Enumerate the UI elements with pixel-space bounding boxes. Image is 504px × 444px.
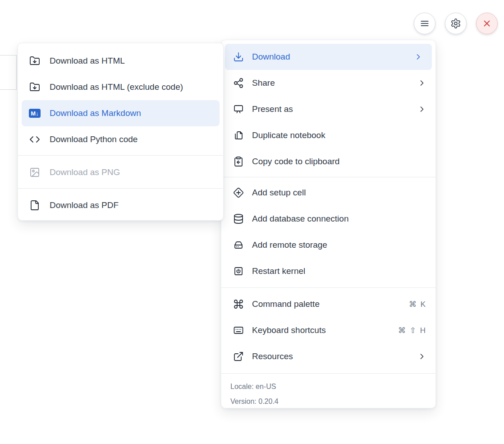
menu-item-download[interactable]: Download (225, 44, 432, 70)
submenu-item-download-as-html-exclude-code[interactable]: Download as HTML (exclude code) (18, 74, 223, 100)
close-x-icon (482, 18, 492, 28)
menu-item-command-palette[interactable]: Command palette ⌘ K (221, 291, 435, 317)
menu-separator (18, 188, 223, 189)
topbar (414, 13, 498, 34)
chevron-right-icon (417, 352, 426, 361)
shortcut-hint: ⌘ K (409, 300, 426, 309)
submenu-item-download-as-pdf[interactable]: Download as PDF (18, 192, 223, 218)
shutdown-button[interactable] (476, 13, 498, 34)
share-icon (233, 77, 244, 89)
menu-item-restart-kernel[interactable]: Restart kernel (221, 258, 435, 284)
menu-item-label: Add database connection (252, 214, 348, 224)
menu-item-label: Download as HTML (50, 56, 125, 66)
gear-icon (450, 18, 461, 29)
hamburger-icon (419, 18, 430, 29)
menu-item-label: Download as HTML (exclude code) (50, 82, 183, 92)
menu-item-label: Download as PNG (50, 167, 120, 177)
menu-separator (221, 287, 435, 288)
menu-item-keyboard-shortcuts[interactable]: Keyboard shortcuts ⌘ ⇧ H (221, 317, 435, 343)
download-submenu: Download as HTML Download as HTML (exclu… (18, 43, 224, 221)
diamond-plus-icon (233, 187, 244, 199)
menu-item-resources[interactable]: Resources (221, 343, 435, 370)
submenu-item-download-as-html[interactable]: Download as HTML (18, 48, 223, 74)
menu-separator (221, 177, 435, 177)
menu-item-share[interactable]: Share (221, 70, 435, 96)
menu-item-label: Resources (252, 352, 293, 361)
menu-item-label: Share (252, 78, 275, 88)
file-icon (29, 199, 41, 211)
menu-item-label: Add remote storage (252, 240, 327, 250)
keyboard-icon (233, 324, 244, 336)
app-background: Download Share Present as (0, 0, 504, 444)
menu-item-label: Download as Markdown (50, 108, 141, 118)
menu-item-label: Download Python code (50, 134, 137, 144)
version-text: Version: 0.20.4 (230, 394, 426, 409)
menu-item-present-as[interactable]: Present as (221, 96, 435, 122)
duplicate-icon (233, 130, 244, 141)
submenu-item-download-as-markdown[interactable]: M↓ Download as Markdown (22, 100, 220, 126)
menu-item-label: Present as (252, 104, 293, 114)
database-icon (233, 213, 244, 225)
menu-item-copy-code[interactable]: Copy code to clipboard (221, 148, 435, 175)
menu-footer: Locale: en-US Version: 0.20.4 (221, 374, 435, 409)
folder-download-icon (29, 81, 41, 93)
menu-item-add-database-connection[interactable]: Add database connection (221, 206, 435, 232)
menu-item-label: Copy code to clipboard (252, 157, 339, 166)
command-icon (233, 298, 244, 310)
chevron-right-icon (417, 105, 426, 114)
clipboard-arrow-icon (233, 156, 244, 167)
background-cell-outline (0, 55, 17, 90)
power-square-icon (233, 265, 244, 277)
folder-download-icon (29, 55, 41, 67)
presentation-icon (233, 103, 244, 115)
code-icon (29, 134, 41, 145)
menu-item-label: Download (252, 52, 290, 62)
menu-item-label: Download as PDF (50, 200, 119, 210)
menu-item-label: Duplicate notebook (252, 130, 325, 140)
settings-button[interactable] (445, 13, 467, 34)
submenu-item-download-python-code[interactable]: Download Python code (18, 126, 223, 153)
menu-item-label: Keyboard shortcuts (252, 325, 326, 335)
menu-item-label: Restart kernel (252, 266, 305, 276)
download-icon (233, 51, 244, 63)
chevron-right-icon (417, 79, 426, 88)
menu-item-add-remote-storage[interactable]: Add remote storage (221, 232, 435, 258)
shortcut-hint: ⌘ ⇧ H (398, 326, 426, 335)
markdown-badge-icon: M↓ (29, 107, 41, 119)
notebook-actions-menu: Download Share Present as (221, 40, 436, 408)
markdown-badge-text: M↓ (29, 109, 41, 118)
submenu-item-download-as-png[interactable]: Download as PNG (18, 159, 223, 185)
external-link-icon (233, 351, 244, 362)
menu-item-duplicate-notebook[interactable]: Duplicate notebook (221, 122, 435, 148)
notebook-menu-button[interactable] (414, 13, 435, 34)
menu-separator (18, 155, 223, 156)
chevron-right-icon (414, 52, 423, 61)
locale-text: Locale: en-US (230, 379, 426, 394)
menu-item-label: Add setup cell (252, 188, 306, 198)
menu-item-add-setup-cell[interactable]: Add setup cell (221, 180, 435, 206)
hard-drive-icon (233, 239, 244, 251)
menu-item-label: Command palette (252, 299, 320, 309)
image-icon (29, 166, 41, 178)
